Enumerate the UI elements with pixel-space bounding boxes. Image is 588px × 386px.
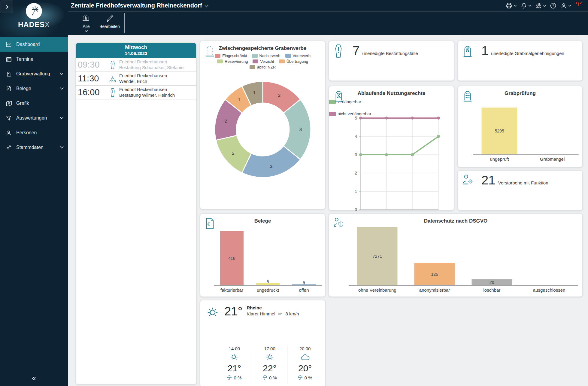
line-series-verlängerbar[interactable] [361, 136, 438, 155]
bar-value: 5295 [495, 129, 504, 133]
sidebar-item-grafik[interactable]: Grafik [0, 96, 68, 111]
sidebar-item-grabverwaltung[interactable]: Grabverwaltung [0, 66, 68, 81]
card-title: Grabprüfung [458, 90, 582, 96]
sidebar-item-dashboard[interactable]: Dashboard [0, 37, 68, 52]
legend-label: ablfd. NZR [257, 65, 276, 69]
calendar-entry[interactable]: 16:00 Friedhof Reckenhausen Bestattung W… [76, 86, 196, 99]
printer-icon[interactable] [505, 2, 517, 10]
bearbeiten-button[interactable]: Bearbeiten [98, 11, 121, 29]
dashboard-icon [5, 41, 12, 48]
grabpruefung-card: Grabprüfung 5295 ungeprüftGrabmängel [458, 86, 583, 167]
sidebar-expand-button[interactable] [1, 1, 13, 13]
forecast-time: 14:00 [217, 346, 252, 351]
entry-line1: Friedhof Reckenhausen [119, 87, 175, 92]
calendar-entry[interactable]: 11:30 Friedhof Reckenhausen Wendel, Eric… [76, 72, 196, 86]
notifications-icon[interactable] [520, 2, 532, 10]
pencil-icon [105, 14, 114, 23]
data-point[interactable] [437, 117, 440, 120]
chevron-down-icon [60, 72, 64, 75]
sun-icon [206, 305, 220, 319]
weather-condition-row: Klarer Himmel 8 km/h [247, 311, 299, 316]
settings-sliders-icon[interactable] [534, 2, 547, 10]
forecast-time: 20:00 [287, 346, 323, 351]
data-point[interactable] [385, 153, 388, 156]
forecast-precip: 0 % [234, 375, 241, 380]
legend-label: Vorerwerb [293, 53, 311, 58]
calendar-icon [5, 56, 12, 63]
belege-card: € Belege 41885 fakturierbarungedrucktoff… [200, 214, 325, 297]
chevron-right-icon [5, 5, 9, 9]
chevron-down-icon [528, 5, 532, 7]
data-point[interactable] [359, 117, 362, 120]
legend-item-Verzicht[interactable]: Verzicht [253, 59, 274, 64]
stat-label: unerledigte Grabmalgenehmigungen [491, 51, 564, 56]
legend-swatch [217, 59, 223, 63]
bar-column-löschbar: 20 [463, 227, 521, 285]
donut-slice-value: 1 [238, 97, 240, 102]
verstorbene-card: 21 Verstorbene mit Funktion [458, 170, 583, 211]
y-tick-label: 0 [355, 207, 357, 212]
bar-category-label: fakturierbar [214, 287, 250, 293]
bearbeiten-label: Bearbeiten [99, 24, 120, 29]
card-title: Datenschutz nach DSGVO [329, 218, 582, 224]
legend-label: Verzicht [260, 59, 274, 64]
hadesx-logo [26, 3, 42, 19]
sidebar-item-termine[interactable]: Termine [0, 52, 68, 66]
bar-value: 126 [431, 272, 438, 277]
legend-item-verlängerbar[interactable]: verlängerbar [329, 99, 454, 104]
sidebar-collapse-button[interactable]: « [0, 370, 68, 386]
legend-item-Übertragung[interactable]: Übertragung [279, 59, 308, 64]
legend-item-nicht verlängerbar[interactable]: nicht verlängerbar [329, 111, 454, 116]
bar-column-ausgeschlossen [520, 227, 578, 285]
belege-bar-chart: 41885 fakturierbarungedrucktoffen [214, 230, 322, 293]
sidebar-item-belege[interactable]: € Belege [0, 81, 68, 96]
legend-swatch [250, 65, 255, 69]
legend-item-Eingeschränkt[interactable]: Eingeschränkt [215, 53, 247, 58]
forecast-col: 17:00 22° 0 % [252, 345, 287, 384]
sidebar-item-auswertungen[interactable]: Auswertungen [0, 111, 68, 125]
sidebar-item-label: Dashboard [16, 42, 40, 47]
power-icon[interactable] [574, 1, 583, 10]
bar-category-label: ungedruckt [250, 287, 286, 293]
data-point[interactable] [411, 153, 414, 156]
sidebar: HADESX Dashboard Termine Grabverwaltung [0, 0, 68, 386]
legend-item-Nacherwerb[interactable]: Nacherwerb [252, 53, 280, 58]
sun-icon [217, 352, 252, 363]
help-icon[interactable]: ? [549, 2, 557, 10]
bar-category-label: ausgeschlossen [520, 287, 578, 293]
data-point[interactable] [385, 117, 388, 120]
svg-text:€: € [8, 88, 9, 91]
calendar-entry[interactable]: 09:30 ? Friedhof Reckenhausen Bestattung… [76, 58, 196, 72]
forecast-time: 17:00 [252, 346, 287, 351]
chevron-down-icon [514, 5, 517, 7]
legend-item-Vorerwerb[interactable]: Vorerwerb [285, 53, 311, 58]
weather-condition: Klarer Himmel [247, 311, 275, 316]
church-icon [108, 74, 117, 83]
forecast-temp: 21° [217, 363, 252, 373]
coffin-question-icon: ? [108, 60, 117, 69]
alle-button[interactable]: Alle [74, 11, 98, 32]
title-chevron-icon[interactable] [205, 5, 208, 8]
titlebar: Zentrale Friedhofsverwaltung Rheineckend… [68, 0, 588, 11]
bar-column-ungedruckt: 8 [250, 230, 286, 285]
donut-slice-value: 3 [299, 127, 302, 132]
data-point[interactable] [437, 135, 440, 138]
bar-category-label: löschbar [463, 287, 521, 293]
card-title: Belege [200, 218, 325, 224]
data-point[interactable] [411, 117, 414, 120]
umbrella-icon [262, 375, 267, 380]
y-tick-label: 3 [355, 152, 357, 157]
user-icon[interactable] [559, 2, 572, 10]
data-point[interactable] [359, 153, 362, 156]
bar-value: 20 [489, 280, 494, 285]
legend-item-ablfd. NZR[interactable]: ablfd. NZR [250, 65, 276, 69]
sidebar-item-personen[interactable]: Personen [0, 125, 68, 140]
legend-item-Reservierung[interactable]: Reservierung [217, 59, 248, 64]
bar-track: 727112620 [349, 227, 578, 286]
stat-value: 7 [353, 44, 359, 58]
sidebar-item-label: Grabverwaltung [16, 71, 50, 77]
dsgvo-card: Datenschutz nach DSGVO 727112620 ohne Ve… [329, 214, 583, 297]
sidebar-item-stammdaten[interactable]: Stammdaten [0, 140, 68, 155]
chevron-down-icon [60, 117, 64, 119]
funnel-icon [5, 114, 12, 122]
